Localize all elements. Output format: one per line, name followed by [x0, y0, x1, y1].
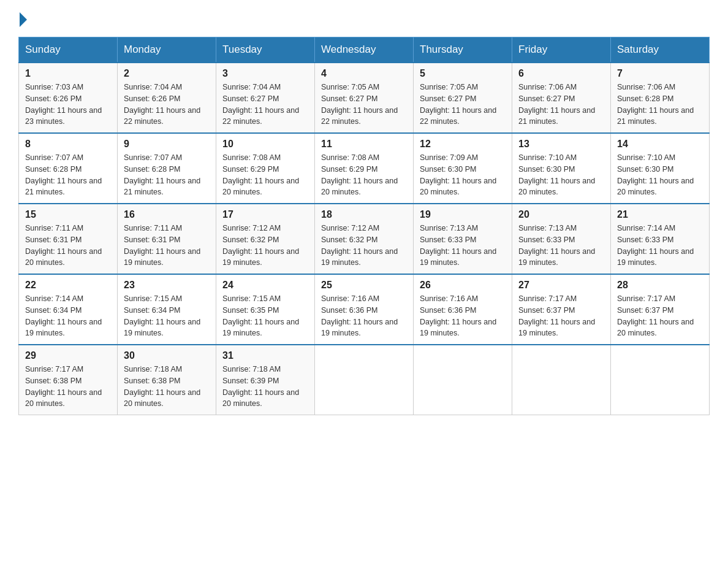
calendar-cell: 30 Sunrise: 7:18 AM Sunset: 6:38 PM Dayl… [118, 345, 216, 415]
day-number: 13 [518, 139, 604, 150]
day-info: Sunrise: 7:16 AM Sunset: 6:36 PM Dayligh… [420, 293, 506, 339]
calendar-cell: 18 Sunrise: 7:12 AM Sunset: 6:32 PM Dayl… [315, 204, 414, 274]
calendar-cell: 22 Sunrise: 7:14 AM Sunset: 6:34 PM Dayl… [19, 274, 118, 345]
calendar-cell: 20 Sunrise: 7:13 AM Sunset: 6:33 PM Dayl… [512, 204, 611, 274]
calendar-cell: 11 Sunrise: 7:08 AM Sunset: 6:29 PM Dayl… [315, 133, 414, 204]
calendar-cell: 13 Sunrise: 7:10 AM Sunset: 6:30 PM Dayl… [512, 133, 611, 204]
day-number: 15 [25, 209, 111, 220]
day-info: Sunrise: 7:09 AM Sunset: 6:30 PM Dayligh… [420, 152, 506, 198]
day-info: Sunrise: 7:18 AM Sunset: 6:38 PM Dayligh… [124, 364, 210, 410]
calendar-cell: 28 Sunrise: 7:17 AM Sunset: 6:37 PM Dayl… [611, 274, 710, 345]
calendar-week-row: 8 Sunrise: 7:07 AM Sunset: 6:28 PM Dayli… [19, 133, 710, 204]
day-info: Sunrise: 7:08 AM Sunset: 6:29 PM Dayligh… [321, 152, 407, 198]
day-number: 23 [124, 280, 210, 291]
calendar-header-thursday: Thursday [414, 37, 512, 63]
day-info: Sunrise: 7:06 AM Sunset: 6:28 PM Dayligh… [617, 82, 703, 128]
day-info: Sunrise: 7:05 AM Sunset: 6:27 PM Dayligh… [420, 82, 506, 128]
day-number: 31 [222, 350, 308, 361]
day-number: 9 [124, 139, 210, 150]
day-info: Sunrise: 7:14 AM Sunset: 6:33 PM Dayligh… [617, 223, 703, 269]
calendar-cell: 2 Sunrise: 7:04 AM Sunset: 6:26 PM Dayli… [118, 63, 216, 133]
day-info: Sunrise: 7:18 AM Sunset: 6:39 PM Dayligh… [222, 364, 308, 410]
calendar-week-row: 15 Sunrise: 7:11 AM Sunset: 6:31 PM Dayl… [19, 204, 710, 274]
day-number: 16 [124, 209, 210, 220]
calendar-header-saturday: Saturday [611, 37, 710, 63]
calendar-cell: 19 Sunrise: 7:13 AM Sunset: 6:33 PM Dayl… [414, 204, 512, 274]
day-number: 17 [222, 209, 308, 220]
calendar-header-sunday: Sunday [19, 37, 118, 63]
logo-arrow-icon [20, 12, 27, 27]
calendar-cell [414, 345, 512, 415]
day-info: Sunrise: 7:12 AM Sunset: 6:32 PM Dayligh… [222, 223, 308, 269]
calendar-week-row: 1 Sunrise: 7:03 AM Sunset: 6:26 PM Dayli… [19, 63, 710, 133]
day-number: 30 [124, 350, 210, 361]
calendar-header-friday: Friday [512, 37, 611, 63]
day-number: 8 [25, 139, 111, 150]
day-info: Sunrise: 7:15 AM Sunset: 6:35 PM Dayligh… [222, 293, 308, 339]
page-header [18, 12, 710, 25]
calendar-cell: 25 Sunrise: 7:16 AM Sunset: 6:36 PM Dayl… [315, 274, 414, 345]
calendar-header-monday: Monday [118, 37, 216, 63]
day-number: 24 [222, 280, 308, 291]
calendar-cell: 16 Sunrise: 7:11 AM Sunset: 6:31 PM Dayl… [118, 204, 216, 274]
day-number: 7 [617, 68, 703, 79]
day-info: Sunrise: 7:10 AM Sunset: 6:30 PM Dayligh… [617, 152, 703, 198]
calendar-cell: 29 Sunrise: 7:17 AM Sunset: 6:38 PM Dayl… [19, 345, 118, 415]
calendar-cell: 5 Sunrise: 7:05 AM Sunset: 6:27 PM Dayli… [414, 63, 512, 133]
calendar-cell: 9 Sunrise: 7:07 AM Sunset: 6:28 PM Dayli… [118, 133, 216, 204]
calendar-cell: 27 Sunrise: 7:17 AM Sunset: 6:37 PM Dayl… [512, 274, 611, 345]
day-info: Sunrise: 7:08 AM Sunset: 6:29 PM Dayligh… [222, 152, 308, 198]
calendar-cell: 23 Sunrise: 7:15 AM Sunset: 6:34 PM Dayl… [118, 274, 216, 345]
day-info: Sunrise: 7:07 AM Sunset: 6:28 PM Dayligh… [25, 152, 111, 198]
calendar-header-row: SundayMondayTuesdayWednesdayThursdayFrid… [19, 37, 710, 63]
calendar-cell [512, 345, 611, 415]
day-info: Sunrise: 7:14 AM Sunset: 6:34 PM Dayligh… [25, 293, 111, 339]
day-number: 11 [321, 139, 407, 150]
day-info: Sunrise: 7:15 AM Sunset: 6:34 PM Dayligh… [124, 293, 210, 339]
calendar-cell: 6 Sunrise: 7:06 AM Sunset: 6:27 PM Dayli… [512, 63, 611, 133]
calendar-cell: 7 Sunrise: 7:06 AM Sunset: 6:28 PM Dayli… [611, 63, 710, 133]
day-number: 6 [518, 68, 604, 79]
day-number: 18 [321, 209, 407, 220]
calendar-cell [611, 345, 710, 415]
day-number: 26 [420, 280, 506, 291]
day-info: Sunrise: 7:04 AM Sunset: 6:26 PM Dayligh… [124, 82, 210, 128]
calendar-cell: 26 Sunrise: 7:16 AM Sunset: 6:36 PM Dayl… [414, 274, 512, 345]
logo [18, 12, 28, 25]
day-info: Sunrise: 7:13 AM Sunset: 6:33 PM Dayligh… [518, 223, 604, 269]
day-info: Sunrise: 7:04 AM Sunset: 6:27 PM Dayligh… [222, 82, 308, 128]
day-info: Sunrise: 7:17 AM Sunset: 6:38 PM Dayligh… [25, 364, 111, 410]
calendar-cell: 12 Sunrise: 7:09 AM Sunset: 6:30 PM Dayl… [414, 133, 512, 204]
day-info: Sunrise: 7:16 AM Sunset: 6:36 PM Dayligh… [321, 293, 407, 339]
day-info: Sunrise: 7:07 AM Sunset: 6:28 PM Dayligh… [124, 152, 210, 198]
calendar-cell: 31 Sunrise: 7:18 AM Sunset: 6:39 PM Dayl… [216, 345, 315, 415]
day-number: 12 [420, 139, 506, 150]
calendar-cell: 21 Sunrise: 7:14 AM Sunset: 6:33 PM Dayl… [611, 204, 710, 274]
calendar-cell: 15 Sunrise: 7:11 AM Sunset: 6:31 PM Dayl… [19, 204, 118, 274]
calendar-header-tuesday: Tuesday [216, 37, 315, 63]
day-info: Sunrise: 7:11 AM Sunset: 6:31 PM Dayligh… [25, 223, 111, 269]
day-info: Sunrise: 7:11 AM Sunset: 6:31 PM Dayligh… [124, 223, 210, 269]
day-info: Sunrise: 7:06 AM Sunset: 6:27 PM Dayligh… [518, 82, 604, 128]
day-number: 25 [321, 280, 407, 291]
calendar-cell: 1 Sunrise: 7:03 AM Sunset: 6:26 PM Dayli… [19, 63, 118, 133]
day-number: 20 [518, 209, 604, 220]
calendar-cell: 10 Sunrise: 7:08 AM Sunset: 6:29 PM Dayl… [216, 133, 315, 204]
calendar-cell: 8 Sunrise: 7:07 AM Sunset: 6:28 PM Dayli… [19, 133, 118, 204]
calendar-cell: 3 Sunrise: 7:04 AM Sunset: 6:27 PM Dayli… [216, 63, 315, 133]
day-info: Sunrise: 7:05 AM Sunset: 6:27 PM Dayligh… [321, 82, 407, 128]
day-info: Sunrise: 7:03 AM Sunset: 6:26 PM Dayligh… [25, 82, 111, 128]
day-number: 4 [321, 68, 407, 79]
day-number: 1 [25, 68, 111, 79]
day-number: 5 [420, 68, 506, 79]
calendar-week-row: 29 Sunrise: 7:17 AM Sunset: 6:38 PM Dayl… [19, 345, 710, 415]
calendar-cell: 14 Sunrise: 7:10 AM Sunset: 6:30 PM Dayl… [611, 133, 710, 204]
day-number: 21 [617, 209, 703, 220]
day-info: Sunrise: 7:13 AM Sunset: 6:33 PM Dayligh… [420, 223, 506, 269]
calendar-cell: 4 Sunrise: 7:05 AM Sunset: 6:27 PM Dayli… [315, 63, 414, 133]
calendar-cell: 24 Sunrise: 7:15 AM Sunset: 6:35 PM Dayl… [216, 274, 315, 345]
calendar-cell [315, 345, 414, 415]
day-info: Sunrise: 7:10 AM Sunset: 6:30 PM Dayligh… [518, 152, 604, 198]
day-number: 2 [124, 68, 210, 79]
calendar-table: SundayMondayTuesdayWednesdayThursdayFrid… [18, 37, 710, 415]
